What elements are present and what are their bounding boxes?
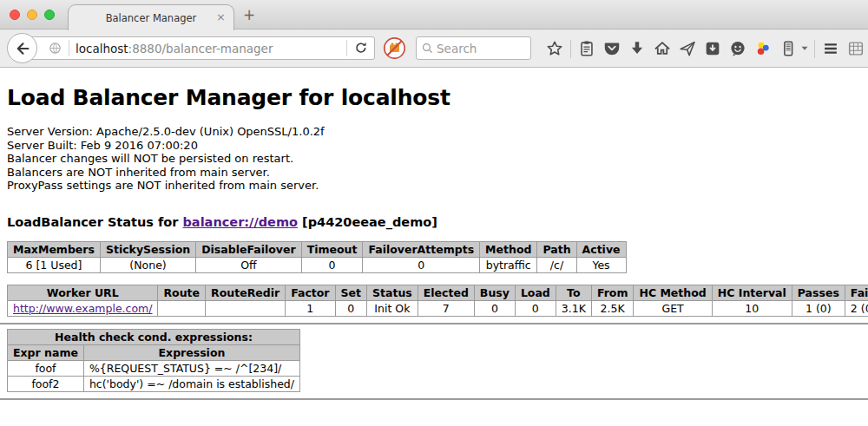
table-cell: bytraffic [480, 257, 537, 272]
downloads-arrow-icon[interactable] [628, 39, 647, 58]
search-bar[interactable] [416, 36, 531, 60]
column-header: HC Interval [712, 285, 792, 300]
table-cell: http://www.example.com/ [8, 300, 158, 316]
pocket-icon[interactable] [602, 39, 621, 58]
table-cell: Off [196, 257, 301, 272]
window-controls [10, 10, 55, 20]
urlbar-separator [346, 40, 347, 56]
navigation-toolbar: localhost:8880/balancer-manager [0, 29, 868, 68]
back-button[interactable] [7, 33, 37, 63]
column-header: To [556, 285, 591, 300]
clipboard-icon[interactable] [577, 39, 596, 58]
plugin-block-icon[interactable] [383, 36, 406, 60]
new-tab-button[interactable]: + [243, 6, 255, 23]
table-cell: Yes [576, 257, 626, 272]
chevron-down-icon[interactable] [801, 46, 808, 51]
table-cell: 1 [286, 300, 335, 316]
column-header: Passes [792, 285, 845, 300]
column-header: Expr name [8, 344, 84, 360]
device-icon[interactable] [779, 39, 798, 58]
column-header: Fails [845, 285, 868, 300]
table-cell: 1 (0) [792, 300, 845, 316]
column-header: MaxMembers [8, 241, 101, 257]
worker-status-table: Worker URLRouteRouteRedirFactorSetStatus… [7, 285, 868, 317]
table-row: http://www.example.com/10Init Ok7003.1K2… [8, 300, 868, 316]
health-check-table: Health check cond. expressions:Expr name… [7, 329, 300, 392]
toolbar-buttons [545, 29, 865, 68]
heading-suffix: [p4420eeae_demo] [298, 215, 437, 229]
send-icon[interactable] [678, 39, 697, 58]
column-header: Expression [83, 344, 299, 360]
table-cell: 0 [474, 300, 515, 316]
header-row: Expr nameExpression [8, 344, 300, 360]
table-row: foof2hc('body') =~ /domain is establishe… [8, 376, 300, 391]
page-content: Load Balancer Manager for localhost Serv… [0, 85, 868, 400]
tab-title: Balancer Manager [106, 12, 197, 24]
column-header: Route [158, 285, 206, 300]
table-cell: 0 [515, 300, 556, 316]
table-cell: (None) [100, 257, 195, 272]
server-built-line: Server Built: Feb 9 2016 07:00:20 [7, 139, 861, 153]
worker-url-link[interactable]: http://www.example.com/ [13, 302, 152, 315]
column-header: StickySession [100, 241, 195, 257]
column-header: Worker URL [8, 285, 158, 300]
table-cell [206, 300, 286, 316]
window-close-button[interactable] [10, 10, 20, 20]
section-divider [0, 398, 868, 400]
download-box-icon[interactable] [703, 39, 722, 58]
window-minimize-button[interactable] [27, 10, 37, 20]
reload-icon[interactable] [353, 41, 369, 56]
search-icon [420, 41, 435, 56]
table-row: foof%{REQUEST_STATUS} =~ /^[234]/ [8, 360, 300, 376]
column-header: Busy [474, 285, 515, 300]
column-header: DisableFailover [196, 241, 301, 257]
balancer-settings-table: MaxMembersStickySessionDisableFailoverTi… [7, 241, 627, 273]
table-cell: Init Ok [367, 300, 418, 316]
toolbar-separator [814, 40, 815, 58]
urlbar-separator [69, 40, 69, 56]
column-header: Load [515, 285, 556, 300]
notice-line: Balancer changes will NOT be persisted o… [7, 152, 861, 166]
table-row: 6 [1 Used](None)Off00bytraffic/c/Yes [8, 257, 627, 272]
toolbar-separator [570, 40, 571, 58]
url-text: localhost:8880/balancer-manager [76, 42, 273, 56]
balancer-link[interactable]: balancer://demo [182, 215, 298, 229]
column-header: Path [537, 241, 576, 257]
table-cell: 0 [301, 257, 363, 272]
search-input[interactable] [435, 41, 527, 56]
url-bar[interactable]: localhost:8880/balancer-manager [23, 36, 375, 60]
column-header: From [591, 285, 634, 300]
header-row: Worker URLRouteRouteRedirFactorSetStatus… [8, 285, 868, 300]
back-arrow-icon [13, 39, 32, 58]
window-titlebar: Balancer Manager × + [0, 0, 868, 29]
tab-close-icon[interactable]: × [216, 11, 226, 23]
table-cell: 0 [363, 257, 480, 272]
table-cell: 10 [712, 300, 792, 316]
column-header: Method [480, 241, 537, 257]
bookmark-star-icon[interactable] [545, 39, 564, 58]
windows-grid-icon[interactable] [846, 39, 865, 58]
table-cell: 2 (0) [845, 300, 868, 316]
browser-tab[interactable]: Balancer Manager × [68, 4, 234, 30]
home-icon[interactable] [653, 39, 672, 58]
menu-icon[interactable] [821, 39, 840, 58]
chat-smiley-icon[interactable] [728, 39, 747, 58]
globe-icon [48, 41, 62, 56]
column-header: Active [576, 241, 626, 257]
notice-line: ProxyPass settings are NOT inherited fro… [7, 179, 861, 193]
balancer-status-heading: LoadBalancer Status for balancer://demo … [7, 215, 861, 229]
notice-line: Balancers are NOT inherited from main se… [7, 166, 861, 180]
table-cell: 3.1K [556, 300, 591, 316]
url-host: localhost [76, 42, 128, 56]
server-info: Server Version: Apache/2.5.0-dev (Unix) … [7, 125, 861, 193]
column-header: Set [335, 285, 366, 300]
table-cell: hc('body') =~ /domain is established/ [83, 376, 299, 391]
table-cell: foof2 [8, 376, 84, 391]
column-header: Status [367, 285, 418, 300]
table-cell: GET [634, 300, 712, 316]
colored-dots-icon[interactable] [753, 39, 773, 58]
heading-prefix: LoadBalancer Status for [7, 215, 182, 229]
page-title: Load Balancer Manager for localhost [7, 85, 861, 110]
table-title: Health check cond. expressions: [8, 329, 300, 344]
window-zoom-button[interactable] [44, 10, 55, 20]
